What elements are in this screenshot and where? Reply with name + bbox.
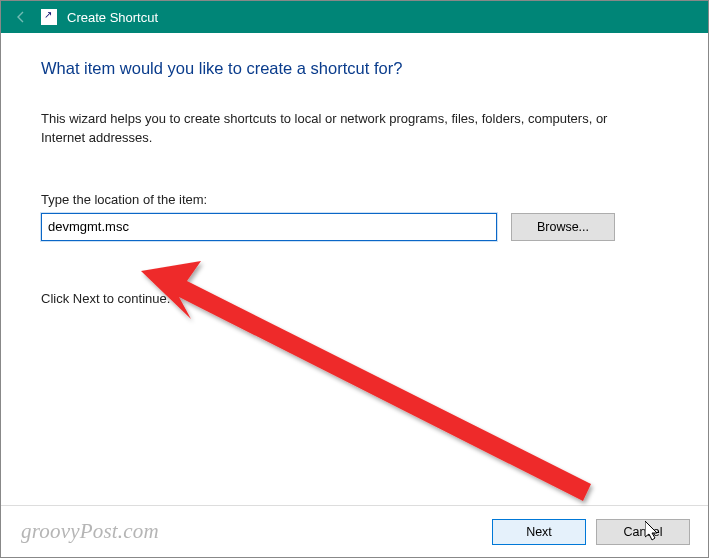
input-row: Browse... [41,213,668,241]
continue-hint: Click Next to continue. [41,291,668,306]
page-heading: What item would you like to create a sho… [41,59,668,78]
watermark: groovyPost.com [21,519,159,544]
titlebar: Create Shortcut [1,1,708,33]
footer: groovyPost.com Next Cancel [1,505,708,557]
cancel-button[interactable]: Cancel [596,519,690,545]
window-title: Create Shortcut [67,10,158,25]
browse-button[interactable]: Browse... [511,213,615,241]
wizard-content: What item would you like to create a sho… [1,33,708,306]
location-input[interactable] [41,213,497,241]
back-arrow-icon [11,7,31,27]
next-button[interactable]: Next [492,519,586,545]
shortcut-icon [41,9,57,25]
wizard-description: This wizard helps you to create shortcut… [41,110,631,148]
location-label: Type the location of the item: [41,192,668,207]
